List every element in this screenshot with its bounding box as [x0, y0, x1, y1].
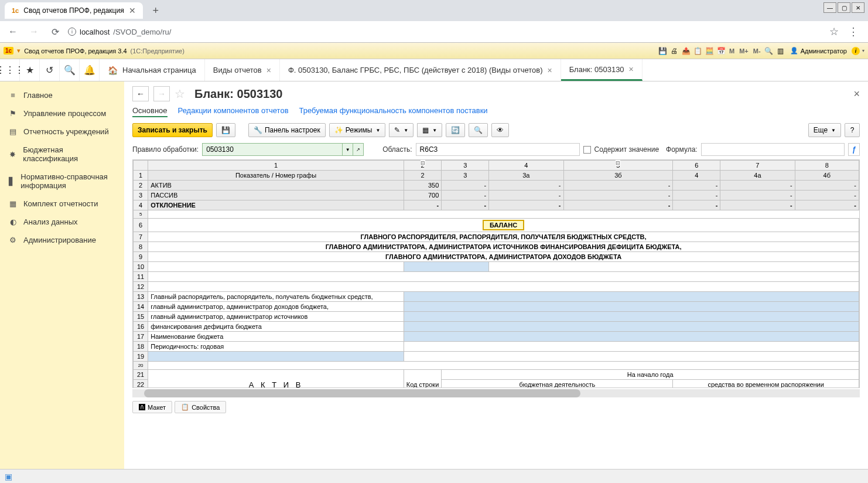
memory-mminus-button[interactable]: M- [752, 47, 762, 55]
sidebar-item-reports[interactable]: ▤Отчетность учреждений [0, 123, 124, 141]
cell[interactable]: 3 [442, 171, 489, 181]
cell[interactable]: - [720, 200, 795, 210]
row-header[interactable]: 19 [134, 352, 148, 362]
view-button[interactable]: 👁 [491, 123, 509, 137]
sidebar-item-process[interactable]: ⚑Управление процессом [0, 104, 124, 123]
cell[interactable]: - [489, 181, 563, 191]
row-header[interactable]: 10 [134, 262, 148, 272]
cell[interactable]: - [720, 181, 795, 191]
close-window-button[interactable]: ✕ [852, 2, 864, 13]
subtitle-cell[interactable]: ГЛАВНОГО РАСПОРЯДИТЕЛЯ, РАСПОРЯДИТЕЛЯ, П… [148, 232, 859, 242]
url-bar[interactable]: i localhost/SVOD_demo/ru/ [68, 28, 825, 36]
new-tab-button[interactable]: + [148, 2, 164, 19]
rule-input[interactable] [202, 143, 343, 156]
cell[interactable]: - [489, 191, 563, 200]
cell[interactable] [404, 342, 859, 352]
forward-button[interactable]: → [26, 23, 42, 40]
cell[interactable]: Главный распорядитель, распорядитель, по… [148, 292, 404, 302]
sidebar-item-budget[interactable]: ✸Бюджетная классификация [0, 141, 124, 168]
cell[interactable]: главный администратор, администратор дох… [148, 302, 404, 312]
more-button[interactable]: Еще▼ [808, 123, 841, 137]
memory-mplus-button[interactable]: M+ [738, 47, 750, 55]
cell[interactable]: 700 [404, 191, 442, 200]
table-button[interactable]: ▦▼ [417, 123, 442, 137]
row-header[interactable]: 13 [134, 292, 148, 302]
row-header[interactable]: 21 [134, 370, 148, 380]
sidebar-item-analysis[interactable]: ◐Анализ данных [0, 213, 124, 231]
dropdown-icon[interactable]: ▾ [17, 47, 20, 55]
col-header[interactable]: 6 [673, 161, 720, 171]
cell[interactable]: 4а [720, 171, 795, 181]
search-button[interactable]: 🔍 [60, 59, 80, 81]
code-header[interactable]: Код строки [404, 370, 442, 389]
cell[interactable]: - [673, 191, 720, 200]
cell[interactable]: АКТИВ [148, 181, 404, 191]
row-header[interactable]: 7 [134, 232, 148, 242]
cell[interactable]: Показатель / Номер графы [148, 171, 404, 181]
close-tab-button[interactable]: ✕ [129, 6, 136, 15]
col-header[interactable]: 3 [442, 161, 489, 171]
cell[interactable] [148, 210, 859, 219]
col-header[interactable]: 8 [795, 161, 859, 171]
budget-header[interactable]: бюджетная деятельность [442, 380, 673, 389]
cell[interactable]: - [442, 200, 489, 210]
browser-menu-button[interactable]: ⋮ [843, 25, 863, 38]
find-button[interactable]: 🔍 [469, 123, 488, 137]
cell[interactable] [404, 312, 859, 322]
close-page-button[interactable]: × [853, 88, 860, 100]
save-icon[interactable]: 💾 [658, 46, 667, 56]
close-tab-button[interactable]: × [266, 66, 271, 75]
cell[interactable]: - [795, 200, 859, 210]
row-header[interactable]: 14 [134, 302, 148, 312]
subtitle-cell[interactable]: ГЛАВНОГО АДМИНИСТРАТОРА, АДМИНИСТРАТОРА … [148, 242, 859, 252]
row-header[interactable]: 1 [134, 171, 148, 181]
fx-button[interactable]: ƒ [848, 143, 860, 156]
sidebar-item-admin[interactable]: ⚙Администрирование [0, 231, 124, 249]
cell[interactable]: - [795, 181, 859, 191]
col-header[interactable]: 7 [720, 161, 795, 171]
bookmark-button[interactable]: ☆ [829, 25, 839, 38]
bottom-tab-template[interactable]: 🅰Макет [132, 401, 172, 413]
calendar-icon[interactable]: 📅 [716, 46, 726, 56]
cell[interactable] [404, 292, 859, 302]
cell[interactable]: Наименование бюджета [148, 332, 404, 342]
area-input[interactable] [416, 143, 580, 156]
cell[interactable]: 4б [795, 171, 859, 181]
calculator-icon[interactable]: 🧮 [705, 46, 714, 56]
tab-report-types[interactable]: Виды отчетов × [205, 59, 280, 81]
cell[interactable]: 4 [673, 171, 720, 181]
edit-button[interactable]: ✎▼ [389, 123, 414, 137]
tab-form-0503130[interactable]: Ф. 0503130, Баланс ГРБС, РБС, ПБС (дейст… [280, 59, 561, 81]
favorite-toggle[interactable]: ☆ [175, 87, 185, 101]
sidebar-item-package[interactable]: ▦Комплект отчетности [0, 195, 124, 213]
formula-input[interactable] [701, 143, 845, 156]
close-tab-button[interactable]: × [548, 66, 552, 75]
row-header[interactable]: 6 [134, 219, 148, 232]
cell[interactable]: Периодичность: годовая [148, 342, 404, 352]
browser-tab[interactable]: 1c Свод отчетов ПРОФ, редакция ✕ [5, 2, 143, 19]
subtab-component-editions[interactable]: Редакции компонентов отчетов [178, 105, 289, 117]
row-header[interactable]: 4 [134, 200, 148, 210]
close-tab-button[interactable]: × [629, 64, 634, 74]
row-header[interactable]: 2 [134, 181, 148, 191]
cell[interactable]: финансирования дефицита бюджета [148, 322, 404, 332]
info-dropdown-icon[interactable]: ▾ [862, 48, 864, 53]
cell[interactable] [148, 282, 859, 292]
temp-funds-header[interactable]: средства во временном распоряжении [673, 380, 859, 389]
cell[interactable]: 350 [404, 181, 442, 191]
col-header[interactable]: 2 [404, 161, 442, 171]
row-header[interactable]: 15 [134, 312, 148, 322]
sidebar-item-main[interactable]: ≡Главное [0, 86, 124, 104]
cell[interactable]: - [720, 191, 795, 200]
memory-m-button[interactable]: M [728, 47, 736, 55]
cell[interactable]: - [673, 200, 720, 210]
cell[interactable]: - [404, 200, 442, 210]
spreadsheet[interactable]: 1 2 3 4 5 6 7 8 1 Показатель / Номер гра… [132, 159, 860, 388]
row-header[interactable]: 3 [134, 191, 148, 200]
subtab-main[interactable]: Основное [132, 105, 168, 117]
cell[interactable] [404, 302, 859, 312]
apps-menu-button[interactable]: ⋮⋮⋮ [0, 59, 20, 81]
cell[interactable] [404, 262, 488, 272]
favorites-button[interactable]: ★ [20, 59, 40, 81]
cell[interactable]: - [673, 181, 720, 191]
